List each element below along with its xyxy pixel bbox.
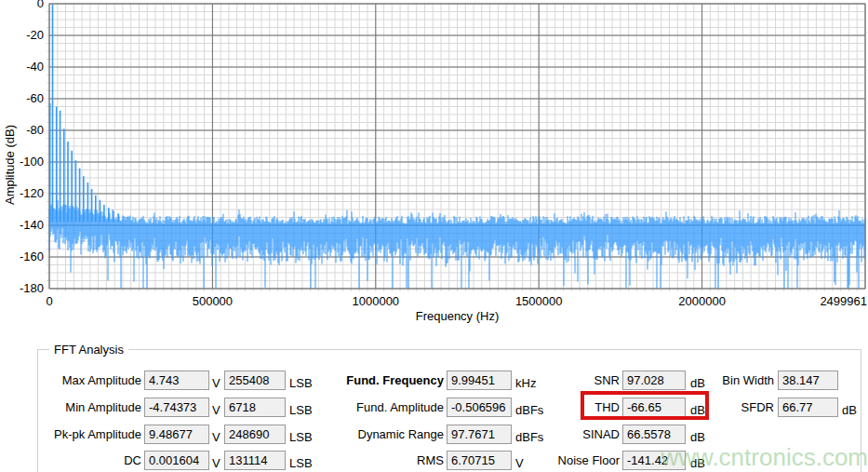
rms-label: RMS — [302, 453, 444, 467]
max-amplitude-lsb-field[interactable]: 255408 — [224, 371, 286, 390]
svg-text:2000000: 2000000 — [678, 294, 726, 308]
svg-text:-180: -180 — [20, 281, 44, 295]
svg-text:-80: -80 — [26, 123, 44, 137]
svg-text:-120: -120 — [20, 186, 44, 200]
fund-frequency-label: Fund. Frequency — [302, 373, 444, 387]
fund-frequency-field[interactable]: 9.99451 — [447, 371, 512, 390]
svg-text:1000000: 1000000 — [352, 294, 399, 308]
pkpk-amplitude-label: Pk-pk Amplitude — [35, 427, 141, 441]
svg-text:-140: -140 — [20, 218, 44, 232]
pkpk-amplitude-v-field[interactable]: 9.48677 — [144, 425, 209, 444]
rms-field[interactable]: 6.70715 — [447, 451, 512, 470]
noise-floor-label: Noise Floor — [517, 453, 620, 467]
sfdr-field[interactable]: 66.77 — [778, 398, 838, 417]
dc-label: DC — [35, 453, 141, 467]
sinad-field[interactable]: 66.5578 — [622, 425, 686, 444]
svg-text:2499961: 2499961 — [820, 294, 867, 308]
app-window: Amplitude (dB) 0-20-40-60-80-100-120-140… — [0, 0, 868, 472]
dc-v-field[interactable]: 0.001604 — [144, 451, 209, 470]
bin-width-field[interactable]: 38.147 — [778, 371, 838, 390]
dc-lsb-field[interactable]: 131114 — [224, 451, 286, 470]
fund-amplitude-field[interactable]: -0.506596 — [447, 398, 512, 417]
svg-text:0: 0 — [37, 0, 44, 10]
max-amplitude-v-unit: V — [212, 376, 220, 390]
dc-v-unit: V — [212, 456, 220, 470]
watermark: www.cntronics.com — [661, 443, 868, 472]
fund-amplitude-label: Fund. Amplitude — [302, 400, 444, 414]
x-axis-title: Frequency (Hz) — [49, 309, 865, 323]
svg-text:-40: -40 — [26, 60, 44, 74]
svg-text:-20: -20 — [26, 28, 44, 42]
pkpk-amplitude-lsb-field[interactable]: 248690 — [224, 425, 286, 444]
snr-label: SNR — [517, 373, 620, 387]
svg-text:-160: -160 — [20, 249, 44, 263]
svg-text:-100: -100 — [20, 155, 44, 169]
fft-spectrum-chart: 0-20-40-60-80-100-120-140-160-1800500000… — [0, 0, 868, 328]
svg-text:-60: -60 — [26, 91, 44, 105]
pkpk-amplitude-v-unit: V — [212, 430, 220, 444]
min-amplitude-v-unit: V — [212, 403, 220, 417]
min-amplitude-v-field[interactable]: -4.74373 — [144, 398, 209, 417]
svg-text:0: 0 — [46, 294, 52, 308]
thd-label: THD — [517, 400, 620, 414]
sinad-unit: dB — [690, 430, 705, 444]
dynamic-range-label: Dynamic Range — [302, 427, 444, 441]
panel-title: FFT Analysis — [49, 343, 128, 357]
max-amplitude-label: Max Amplitude — [35, 373, 141, 387]
sfdr-label: SFDR — [672, 400, 774, 414]
svg-text:500000: 500000 — [193, 294, 233, 308]
sfdr-unit: dB — [842, 403, 857, 417]
sinad-label: SINAD — [517, 427, 620, 441]
max-amplitude-v-field[interactable]: 4.743 — [144, 371, 209, 390]
dynamic-range-field[interactable]: 97.7671 — [447, 425, 512, 444]
min-amplitude-label: Min Amplitude — [35, 400, 141, 414]
bin-width-label: Bin Width — [672, 373, 774, 387]
svg-text:1500000: 1500000 — [515, 294, 563, 308]
min-amplitude-lsb-field[interactable]: 6718 — [224, 398, 286, 417]
